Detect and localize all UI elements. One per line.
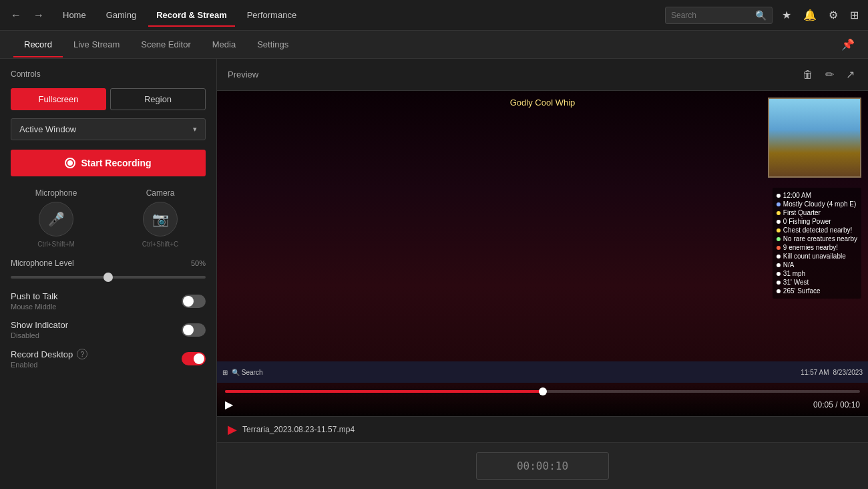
- camera-icon: 📷: [152, 211, 169, 227]
- search-box[interactable]: 🔍: [665, 7, 773, 24]
- active-window-dropdown[interactable]: Active Window ▾: [11, 118, 206, 140]
- tab-media[interactable]: Media: [202, 33, 246, 56]
- mode-buttons: Fullscreen Region: [11, 88, 206, 110]
- taskbar-search: 🔍 Search: [232, 369, 262, 376]
- region-button[interactable]: Region: [110, 88, 206, 110]
- show-indicator-sub: Disabled: [11, 331, 68, 339]
- game-title-overlay: Godly Cool Whip: [510, 98, 576, 108]
- hud-line-11: 31' West: [777, 279, 857, 286]
- record-desktop-row: Record Desktop ? Enabled: [11, 349, 206, 369]
- toggle-knob-2: [183, 325, 194, 335]
- time-display: 00:05 / 00:10: [813, 400, 860, 410]
- hud-text-2: Mostly Cloudy (4 mph E): [783, 200, 856, 208]
- progress-bar[interactable]: [225, 390, 860, 393]
- record-desktop-sub: Enabled: [11, 361, 87, 369]
- forward-button[interactable]: →: [29, 7, 48, 24]
- help-icon[interactable]: ?: [77, 349, 87, 359]
- hud-dot-2: [777, 202, 781, 206]
- camera-label: Camera: [146, 188, 175, 198]
- microphone-level-slider[interactable]: [11, 276, 206, 279]
- fullscreen-button[interactable]: Fullscreen: [11, 88, 106, 110]
- tab-scene-editor[interactable]: Scene Editor: [130, 33, 201, 56]
- microphone-level-label: Microphone Level: [11, 259, 74, 268]
- nav-right: 🔍 ★ 🔔 ⚙ ⊞: [665, 6, 861, 24]
- hud-text-4: 0 Fishing Power: [783, 218, 831, 225]
- show-indicator-row: Show Indicator Disabled: [11, 320, 206, 339]
- hud-line-6: No rare creatures nearby: [777, 235, 857, 242]
- export-button[interactable]: ↗: [843, 65, 857, 84]
- pin-icon[interactable]: 📌: [841, 39, 855, 50]
- record-desktop-label-wrap: Record Desktop ?: [11, 349, 87, 359]
- microphone-button[interactable]: 🎤: [39, 202, 73, 236]
- slider-header: Microphone Level 50%: [11, 259, 206, 268]
- nav-record-stream[interactable]: Record & Stream: [148, 7, 234, 23]
- gear-icon[interactable]: ⚙: [826, 6, 841, 24]
- hud-text-10: 31 mph: [783, 270, 805, 277]
- left-panel: Controls Fullscreen Region Active Window…: [0, 59, 217, 489]
- hud-text-6: No rare creatures nearby: [783, 235, 857, 242]
- dropdown-value: Active Window: [19, 124, 76, 134]
- hud-line-10: 31 mph: [777, 270, 857, 277]
- record-desktop-info: Record Desktop ? Enabled: [11, 349, 87, 369]
- hud-dot-8: [777, 255, 781, 259]
- nav-gaming[interactable]: Gaming: [98, 7, 145, 23]
- hud-dot-9: [777, 263, 781, 267]
- hud-text-9: N/A: [783, 261, 795, 269]
- hud-dot-10: [777, 272, 781, 276]
- trash-button[interactable]: 🗑: [800, 65, 816, 84]
- hud-dot-6: [777, 237, 781, 241]
- device-row: Microphone 🎤 Ctrl+Shift+M Camera 📷 Ctrl+…: [11, 188, 206, 248]
- hud-line-8: Kill count unavailable: [777, 253, 857, 260]
- game-preview: Godly Cool Whip 12:00 AM Mostly Cloudy (…: [217, 91, 868, 416]
- right-panel: Preview 🗑 ✏ ↗ Godly Cool Whip 12:00: [217, 59, 868, 489]
- hud-dot-12: [777, 289, 781, 293]
- hud-text-8: Kill count unavailable: [783, 253, 846, 260]
- taskbar-overlay: ⊞ 🔍 Search 11:57 AM 8/23/2023: [217, 361, 868, 383]
- edit-button[interactable]: ✏: [823, 65, 837, 84]
- start-recording-button[interactable]: Start Recording: [11, 150, 206, 176]
- preview-actions: 🗑 ✏ ↗: [800, 65, 857, 84]
- nav-links: Home Gaming Record & Stream Performance: [55, 7, 304, 23]
- nav-performance[interactable]: Performance: [239, 7, 304, 23]
- record-icon: [65, 158, 75, 168]
- bookmark-icon[interactable]: ★: [779, 6, 794, 24]
- hud-dot-4: [777, 220, 781, 224]
- hud-text-3: First Quarter: [783, 209, 821, 216]
- hud-text-5: Chest detected nearby!: [783, 226, 852, 234]
- push-to-talk-info: Push to Talk Mouse Middle: [11, 291, 58, 311]
- preview-title: Preview: [228, 69, 258, 79]
- nav-home[interactable]: Home: [55, 7, 94, 23]
- tab-live-stream[interactable]: Live Stream: [63, 33, 130, 56]
- record-desktop-label: Record Desktop: [11, 349, 73, 359]
- controls-title: Controls: [11, 69, 206, 79]
- back-button[interactable]: ←: [7, 7, 25, 24]
- hud-text-12: 265' Surface: [783, 287, 821, 295]
- show-indicator-toggle[interactable]: [182, 323, 206, 337]
- microphone-shortcut: Ctrl+Shift+M: [37, 240, 75, 248]
- grid-icon[interactable]: ⊞: [847, 6, 861, 24]
- sub-tabs: Record Live Stream Scene Editor Media Se…: [0, 31, 868, 59]
- search-input[interactable]: [671, 11, 751, 20]
- play-button[interactable]: ▶: [225, 398, 233, 411]
- hud-text-1: 12:00 AM: [783, 192, 811, 199]
- camera-button[interactable]: 📷: [143, 202, 178, 236]
- progress-dot: [539, 387, 547, 395]
- push-to-talk-row: Push to Talk Mouse Middle: [11, 291, 206, 311]
- tab-settings[interactable]: Settings: [246, 33, 299, 56]
- record-circle-inner: [67, 160, 73, 166]
- search-icon[interactable]: 🔍: [755, 10, 767, 21]
- tab-record[interactable]: Record: [13, 33, 63, 56]
- push-to-talk-toggle[interactable]: [182, 295, 206, 308]
- hud-line-1: 12:00 AM: [777, 192, 857, 199]
- record-desktop-toggle[interactable]: [182, 352, 206, 365]
- toggle-knob-3: [194, 353, 204, 364]
- hud-line-3: First Quarter: [777, 209, 857, 216]
- bell-icon[interactable]: 🔔: [801, 6, 819, 24]
- current-time: 00:05: [813, 400, 833, 410]
- progress-fill: [225, 390, 543, 393]
- duration-display: 00:00:10: [476, 452, 609, 480]
- push-to-talk-sub: Mouse Middle: [11, 303, 58, 311]
- toggle-knob: [183, 296, 194, 307]
- taskbar-time: 11:57 AM: [801, 369, 829, 376]
- microphone-icon: 🎤: [48, 211, 65, 227]
